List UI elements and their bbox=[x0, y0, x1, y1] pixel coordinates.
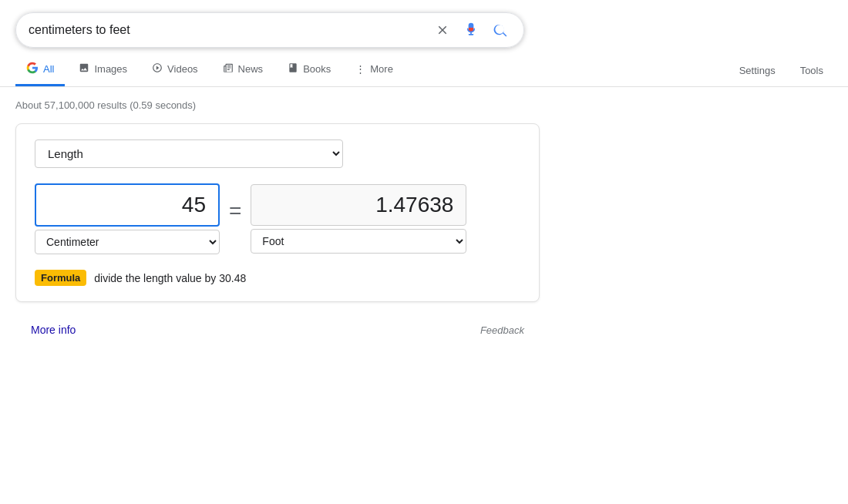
tab-videos[interactable]: Videos bbox=[141, 55, 209, 86]
formula-row: Formula divide the length value by 30.48 bbox=[35, 270, 520, 286]
input-group-from: Centimeter Meter Kilometer Inch Foot Yar… bbox=[35, 183, 220, 254]
formula-text: divide the length value by 30.48 bbox=[94, 272, 246, 284]
search-button[interactable] bbox=[490, 19, 511, 41]
search-icon bbox=[493, 22, 508, 38]
tab-books-label: Books bbox=[303, 63, 331, 75]
type-select[interactable]: Length Area Volume Mass Temperature Spee… bbox=[35, 139, 343, 168]
more-info-link[interactable]: More info bbox=[31, 324, 76, 336]
tab-list: All Images Videos News Books bbox=[15, 54, 730, 86]
settings-tools: Settings Tools bbox=[730, 59, 833, 82]
converter-row: Centimeter Meter Kilometer Inch Foot Yar… bbox=[35, 183, 520, 254]
formula-badge: Formula bbox=[35, 270, 86, 286]
to-unit-select[interactable]: Foot Centimeter Meter Kilometer Inch Yar… bbox=[251, 229, 466, 254]
clear-button[interactable] bbox=[432, 20, 453, 40]
search-icons bbox=[432, 19, 511, 41]
to-value-display: 1.47638 bbox=[251, 184, 466, 226]
close-icon bbox=[436, 23, 449, 37]
tab-all[interactable]: All bbox=[15, 54, 65, 86]
feedback-link[interactable]: Feedback bbox=[480, 324, 524, 336]
from-unit-select[interactable]: Centimeter Meter Kilometer Inch Foot Yar… bbox=[35, 230, 220, 254]
tab-all-label: All bbox=[43, 63, 54, 75]
tab-books[interactable]: Books bbox=[277, 55, 342, 86]
tab-news-label: News bbox=[238, 63, 264, 75]
news-icon bbox=[223, 62, 234, 76]
image-icon bbox=[79, 62, 89, 76]
search-bar bbox=[15, 12, 524, 48]
tab-news[interactable]: News bbox=[212, 55, 274, 86]
settings-button[interactable]: Settings bbox=[730, 59, 785, 82]
video-icon bbox=[152, 62, 163, 76]
tab-more-label: More bbox=[370, 63, 393, 75]
tab-images[interactable]: Images bbox=[68, 55, 138, 86]
google-g-icon bbox=[26, 62, 39, 76]
equals-sign: = bbox=[229, 199, 241, 223]
input-group-to: 1.47638 Foot Centimeter Meter Kilometer … bbox=[251, 184, 466, 254]
book-icon bbox=[288, 62, 298, 76]
tools-button[interactable]: Tools bbox=[791, 59, 833, 82]
mic-icon bbox=[463, 22, 479, 38]
type-select-wrapper: Length Area Volume Mass Temperature Spee… bbox=[35, 139, 520, 168]
search-bar-area bbox=[0, 0, 848, 48]
tabs-area: All Images Videos News Books bbox=[0, 54, 848, 87]
voice-search-button[interactable] bbox=[460, 19, 482, 41]
search-input[interactable] bbox=[29, 23, 432, 37]
results-count: About 57,100,000 results (0.59 seconds) bbox=[0, 87, 848, 117]
from-value-input[interactable] bbox=[35, 183, 220, 227]
tab-more[interactable]: ⋮ More bbox=[345, 55, 404, 85]
card-footer: More info Feedback bbox=[15, 314, 540, 339]
more-dots-icon: ⋮ bbox=[355, 63, 365, 75]
converter-card: Length Area Volume Mass Temperature Spee… bbox=[15, 123, 540, 302]
tab-videos-label: Videos bbox=[167, 63, 198, 75]
tab-images-label: Images bbox=[94, 63, 127, 75]
